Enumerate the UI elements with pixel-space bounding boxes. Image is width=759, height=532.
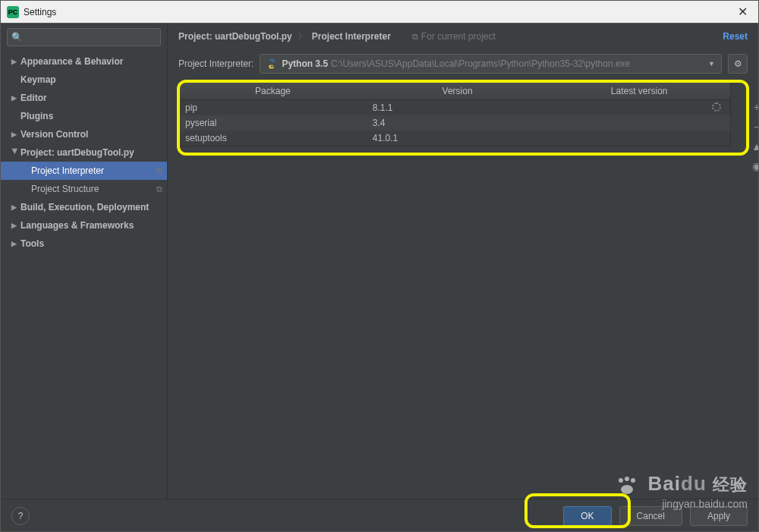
table-header: Package Version Latest version [179, 82, 730, 100]
table-row[interactable]: pyserial 3.4 [179, 115, 730, 131]
interpreter-settings-button[interactable]: ⚙ [728, 54, 748, 74]
settings-sidebar: 🔍 ▶Appearance & Behavior Keymap ▶Editor … [1, 24, 168, 499]
breadcrumb-parent[interactable]: Project: uartDebugTool.py [178, 31, 292, 42]
tree-item-version-control[interactable]: ▶Version Control [1, 125, 167, 143]
chevron-down-icon: ▶ [11, 149, 19, 156]
table-row[interactable]: setuptools 41.0.1 [179, 131, 730, 146]
titlebar: PC Settings ✕ [1, 1, 758, 24]
chevron-right-icon: ▶ [11, 94, 19, 102]
search-input[interactable] [7, 28, 161, 46]
settings-tree: ▶Appearance & Behavior Keymap ▶Editor Pl… [1, 49, 167, 499]
reset-link[interactable]: Reset [723, 31, 748, 42]
cancel-button[interactable]: Cancel [619, 506, 682, 526]
tree-item-tools[interactable]: ▶Tools [1, 235, 167, 253]
chevron-down-icon: ▼ [708, 60, 715, 68]
remove-package-button[interactable]: − [749, 119, 759, 134]
ok-button[interactable]: OK [563, 506, 611, 526]
minus-icon: − [754, 121, 759, 133]
plus-icon: + [754, 101, 759, 113]
search-box: 🔍 [7, 28, 161, 46]
column-version[interactable]: Version [367, 86, 549, 96]
dialog-buttons: ? OK Cancel Apply [1, 499, 758, 532]
search-icon: 🔍 [11, 32, 23, 42]
scope-hint: ⧉For current project [412, 31, 496, 42]
question-icon: ? [18, 511, 24, 521]
tree-item-build[interactable]: ▶Build, Execution, Deployment [1, 198, 167, 216]
interpreter-path: C:\Users\ASUS\AppData\Local\Programs\Pyt… [331, 58, 630, 69]
breadcrumb-child: Project Interpreter [312, 31, 391, 42]
chevron-right-icon: ▶ [11, 131, 19, 138]
python-icon [266, 58, 277, 69]
column-package[interactable]: Package [179, 86, 367, 96]
chevron-right-icon: ▶ [11, 222, 19, 229]
tree-item-project-interpreter[interactable]: Project Interpreter⧉ [1, 162, 167, 180]
tree-item-plugins[interactable]: Plugins [1, 107, 167, 125]
interpreter-row: Project Interpreter: Python 3.5 C:\Users… [168, 49, 758, 81]
interpreter-dropdown[interactable]: Python 3.5 C:\Users\ASUS\AppData\Local\P… [260, 54, 722, 74]
tree-item-project[interactable]: ▶Project: uartDebugTool.py [1, 143, 167, 162]
tree-item-editor[interactable]: ▶Editor [1, 89, 167, 107]
tree-item-project-structure[interactable]: Project Structure⧉ [1, 180, 167, 198]
tree-item-languages[interactable]: ▶Languages & Frameworks [1, 216, 167, 235]
up-arrow-icon: ▲ [751, 140, 759, 153]
app-icon: PC [7, 6, 19, 18]
add-package-button[interactable]: + [749, 99, 759, 115]
interpreter-name: Python 3.5 [282, 58, 328, 69]
chevron-right-icon: ▶ [11, 203, 19, 211]
scope-icon: ⧉ [156, 166, 162, 176]
close-icon[interactable]: ✕ [733, 5, 752, 19]
chevron-right-icon: 〉 [298, 31, 306, 42]
upgrade-package-button[interactable]: ▲ [749, 139, 759, 154]
chevron-right-icon: ▶ [11, 58, 19, 65]
scope-icon: ⧉ [156, 184, 162, 194]
table-row[interactable]: pip 8.1.1 [179, 100, 730, 115]
show-early-button[interactable]: ◉ [749, 159, 759, 174]
eye-icon: ◉ [752, 160, 759, 172]
content-panel: Project: uartDebugTool.py 〉 Project Inte… [168, 24, 758, 499]
breadcrumb: Project: uartDebugTool.py 〉 Project Inte… [168, 24, 758, 49]
interpreter-label: Project Interpreter: [178, 58, 254, 69]
chevron-right-icon: ▶ [11, 240, 19, 247]
apply-button[interactable]: Apply [690, 506, 748, 526]
loading-spinner-icon [712, 102, 721, 112]
tree-item-keymap[interactable]: Keymap [1, 71, 167, 89]
package-actions: + − ▲ ◉ [749, 99, 759, 174]
window-title: Settings [24, 7, 56, 17]
gear-icon: ⚙ [734, 58, 742, 69]
packages-table: Package Version Latest version pip 8.1.1… [178, 81, 731, 146]
tree-item-appearance[interactable]: ▶Appearance & Behavior [1, 52, 167, 71]
help-button[interactable]: ? [11, 507, 30, 525]
column-latest[interactable]: Latest version [548, 86, 730, 96]
scope-icon: ⧉ [412, 32, 418, 41]
